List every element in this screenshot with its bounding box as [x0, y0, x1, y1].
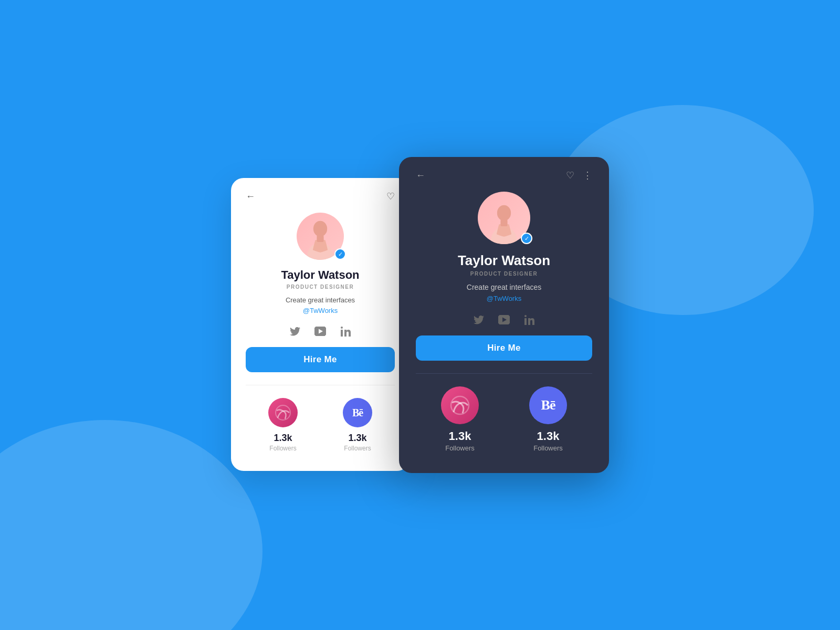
followers-row-dark: 1.3k Followers Bē 1.3k Followers [416, 386, 592, 452]
twitter-icon-light[interactable] [288, 324, 302, 339]
hire-button-dark[interactable]: Hire Me [416, 335, 592, 361]
svg-point-0 [313, 221, 327, 237]
avatar-svg-dark [486, 202, 522, 244]
card-dark-header: ← ♡ ⋮ [416, 170, 592, 181]
svg-point-5 [497, 205, 511, 221]
profile-bio-dark: Create great interfaces @TwWorks [416, 282, 592, 304]
dribbble-icon-light [268, 398, 298, 427]
profile-bio-light: Create great interfaces @TwWorks [246, 295, 395, 316]
behance-label-light: Followers [344, 445, 371, 452]
profile-info-light: Taylor Watson PRODUCT DESIGNER Create gr… [246, 268, 395, 316]
verified-badge-light: ✓ [334, 248, 346, 260]
profile-title-dark: PRODUCT DESIGNER [416, 271, 592, 277]
linkedin-icon-dark[interactable] [522, 312, 537, 327]
svg-point-3 [341, 327, 343, 329]
avatar-svg-light [302, 218, 339, 260]
divider-light [246, 385, 395, 385]
profile-title-light: PRODUCT DESIGNER [246, 284, 395, 290]
svg-rect-1 [317, 235, 323, 242]
medium-icon-dark[interactable] [497, 312, 511, 327]
avatar-wrapper-light: ✓ [246, 213, 395, 260]
behance-stat-dark: Bē 1.3k Followers [529, 386, 567, 452]
dribbble-count-light: 1.3k [274, 433, 292, 444]
behance-label-dark: Followers [533, 444, 563, 452]
profile-name-dark: Taylor Watson [416, 253, 592, 269]
social-icons-dark [416, 312, 592, 327]
behance-icon-dark: Bē [529, 386, 567, 424]
card-light: ← ♡ ✓ Taylor Watson PRODUCT DESIGNER [231, 178, 410, 471]
svg-rect-7 [524, 318, 527, 325]
hire-button-light[interactable]: Hire Me [246, 347, 395, 372]
profile-handle-dark[interactable]: @TwWorks [487, 295, 521, 302]
svg-rect-2 [341, 330, 343, 337]
profile-info-dark: Taylor Watson PRODUCT DESIGNER Create gr… [416, 253, 592, 304]
dribbble-label-light: Followers [269, 445, 296, 452]
profile-handle-light[interactable]: @TwWorks [303, 307, 338, 314]
followers-row-light: 1.3k Followers Bē 1.3k Followers [246, 398, 395, 452]
dribbble-icon-dark [441, 386, 479, 424]
behance-icon-light: Bē [343, 398, 372, 427]
svg-rect-6 [500, 219, 507, 226]
dribbble-label-dark: Followers [445, 444, 475, 452]
back-button-dark[interactable]: ← [416, 170, 425, 181]
card-light-header: ← ♡ [246, 191, 395, 202]
header-right-dark: ♡ ⋮ [566, 170, 592, 181]
linkedin-icon-light[interactable] [338, 324, 353, 339]
behance-count-light: 1.3k [348, 433, 366, 444]
behance-count-dark: 1.3k [537, 429, 560, 443]
svg-point-8 [524, 315, 527, 317]
dribbble-stat-dark: 1.3k Followers [441, 386, 479, 452]
back-button-light[interactable]: ← [246, 191, 255, 202]
favorite-button-dark[interactable]: ♡ [566, 170, 574, 181]
divider-dark [416, 373, 592, 374]
profile-name-light: Taylor Watson [246, 268, 395, 282]
bg-decoration-1 [0, 420, 262, 630]
twitter-icon-dark[interactable] [471, 312, 486, 327]
avatar-wrapper-dark: ✓ [416, 192, 592, 244]
dribbble-stat-light: 1.3k Followers [268, 398, 298, 452]
social-icons-light [246, 324, 395, 339]
card-dark: ← ♡ ⋮ ✓ Taylor Watson PR [399, 157, 609, 473]
more-button-dark[interactable]: ⋮ [583, 170, 592, 181]
favorite-button-light[interactable]: ♡ [386, 191, 395, 202]
behance-stat-light: Bē 1.3k Followers [343, 398, 372, 452]
verified-badge-dark: ✓ [521, 233, 532, 244]
dribbble-count-dark: 1.3k [449, 429, 471, 443]
cards-container: ← ♡ ✓ Taylor Watson PRODUCT DESIGNER [231, 157, 609, 473]
medium-icon-light[interactable] [313, 324, 328, 339]
